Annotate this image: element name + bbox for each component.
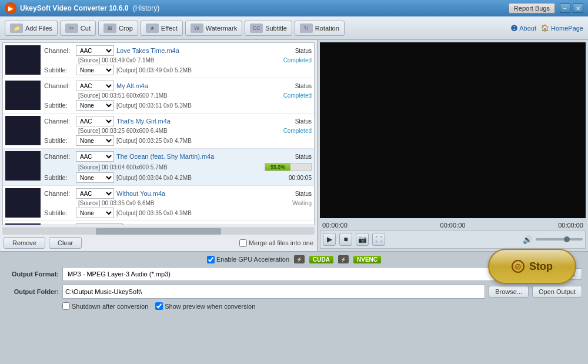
homepage-label: HomePage (551, 25, 583, 32)
file-thumb-1 (5, 45, 41, 75)
status-time-4: 00:00:05 (265, 175, 312, 181)
status-label-5: Status (265, 191, 312, 197)
subtitle-label-4: Subtitle: (44, 174, 74, 181)
channel-select-4[interactable]: AAC (76, 151, 114, 162)
file-thumb-3 (5, 116, 41, 145)
channel-select-6[interactable]: PCM_S16LE (76, 223, 123, 225)
file-controls-3: Channel: AAC That's My Girl.m4a Status [… (44, 116, 312, 146)
channel-select-5[interactable]: AAC (76, 188, 114, 199)
output-info-3: [Output] 00:03:25 0x0 4.7MB (116, 138, 312, 144)
file-row-channel-3: Channel: AAC That's My Girl.m4a Status (44, 116, 312, 126)
stop-ctrl-button[interactable]: ■ (339, 233, 352, 246)
volume-slider[interactable] (536, 238, 583, 241)
subtitle-select-5[interactable]: None (76, 208, 114, 218)
cuda-gpu-icon: ⚡ (294, 255, 305, 263)
toolbar-right: 🅘 About 🏠 HomePage (511, 24, 583, 32)
file-row-source-4: [Source] 00:03:04 600x600 5.7MB 55.5% (44, 163, 312, 171)
homepage-link[interactable]: 🏠 HomePage (541, 24, 583, 32)
merge-checkbox[interactable] (239, 239, 247, 247)
add-files-button[interactable]: 📁 Add Files (5, 21, 58, 36)
rotation-button[interactable]: ↻ Rotation (295, 21, 345, 36)
effect-icon: ★ (146, 24, 159, 33)
folder-row: Output Folder: Browse... Open Output (6, 285, 582, 299)
channel-label-2: Channel: (44, 82, 74, 89)
preview-panel: 00:00:00 00:00:00 00:00:00 ▶ ■ 📷 ⛶ 🔊 (318, 40, 588, 251)
subtitle-label-2: Subtitle: (44, 102, 74, 109)
format-select[interactable]: MP3 - MPEG Layer-3 Audio (*.mp3) (62, 267, 519, 281)
subtitle-select-1[interactable]: None (76, 65, 114, 75)
main-area: Channel: AAC Love Takes Time.m4a Status … (0, 40, 588, 252)
horizontal-scrollbar[interactable] (2, 228, 315, 235)
clear-button[interactable]: Clear (49, 237, 82, 249)
file-list-footer: Remove Clear Merge all files into one (0, 235, 317, 251)
titlebar-left: ▶ UkeySoft Video Converter 10.6.0 (Histo… (5, 2, 159, 14)
file-row-source-5: [Source] 00:03:35 0x0 6.6MB Waiting (44, 200, 312, 206)
subtitle-select-4[interactable]: None (76, 172, 114, 183)
cut-label: Cut (81, 25, 91, 32)
app-logo: ▶ (5, 2, 16, 14)
nvenc-badge: NVENC (353, 256, 381, 263)
report-bugs-button[interactable]: Report Bugs (509, 3, 555, 14)
subtitle-select-2[interactable]: None (76, 100, 114, 111)
file-list-scroll[interactable]: Channel: AAC Love Takes Time.m4a Status … (2, 42, 315, 225)
watermark-label: Watermark (206, 25, 237, 32)
file-controls-6: Channel: PCM_S16LE My Prerogative (A... … (44, 223, 312, 225)
shutdown-checkbox[interactable] (62, 302, 70, 310)
gpu-checkbox[interactable] (207, 256, 215, 263)
rotation-label: Rotation (315, 25, 339, 32)
stop-button[interactable]: ⊘ Stop (488, 249, 576, 284)
remove-button[interactable]: Remove (4, 237, 45, 249)
preview-checkbox[interactable] (155, 302, 163, 310)
titlebar: ▶ UkeySoft Video Converter 10.6.0 (Histo… (0, 0, 588, 16)
file-name-3[interactable]: That's My Girl.m4a (116, 118, 262, 125)
channel-label-1: Channel: (44, 47, 74, 54)
effect-label: Effect (161, 25, 178, 32)
file-row-source-3: [Source] 00:03:25 600x600 6.4MB Complete… (44, 128, 312, 134)
table-row: Channel: AAC My All.m4a Status [Source] … (3, 78, 314, 113)
minimize-button[interactable]: − (560, 4, 570, 13)
watermark-button[interactable]: W Watermark (185, 21, 242, 36)
channel-select-1[interactable]: AAC (76, 45, 114, 56)
preview-time-mid: 00:00:00 (440, 222, 466, 229)
watermark-icon: W (191, 24, 203, 33)
scrollbar-thumb[interactable] (96, 228, 220, 235)
progress-bar-4: 55.5% (265, 163, 312, 171)
subtitle-select-3[interactable]: None (76, 135, 114, 146)
subtitle-button[interactable]: CC Subtitle (245, 21, 292, 36)
file-thumb-6: ♪ (5, 223, 41, 225)
preview-checkbox-container: Show preview when conversion (155, 302, 255, 310)
open-output-button[interactable]: Open Output (532, 286, 582, 298)
crop-button[interactable]: ⊞ Crop (98, 21, 138, 36)
channel-select-2[interactable]: AAC (76, 81, 114, 91)
channel-select-3[interactable]: AAC (76, 116, 114, 126)
play-button[interactable]: ▶ (323, 233, 336, 246)
options-row: Shutdown after conversion Show preview w… (62, 302, 582, 310)
file-name-1[interactable]: Love Takes Time.m4a (116, 47, 262, 54)
cut-icon: ✂ (65, 24, 78, 33)
table-row: Channel: AAC Without You.m4a Status [Sou… (3, 186, 314, 221)
video-preview (320, 42, 586, 218)
fullscreen-button[interactable]: ⛶ (372, 233, 385, 246)
file-name-4[interactable]: The Ocean (feat. Shy Martin).m4a (116, 153, 262, 160)
file-row-channel-4: Channel: AAC The Ocean (feat. Shy Martin… (44, 151, 312, 162)
file-name-2[interactable]: My All.m4a (116, 82, 262, 89)
file-row-subtitle-2: Subtitle: None [Output] 00:03:51 0x0 5.3… (44, 100, 312, 111)
browse-button[interactable]: Browse... (489, 286, 529, 298)
cut-button[interactable]: ✂ Cut (60, 21, 96, 36)
file-controls-1: Channel: AAC Love Takes Time.m4a Status … (44, 45, 312, 75)
close-button[interactable]: ✕ (573, 4, 583, 13)
file-controls-2: Channel: AAC My All.m4a Status [Source] … (44, 81, 312, 111)
effect-button[interactable]: ★ Effect (141, 21, 183, 36)
file-name-5[interactable]: Without You.m4a (116, 190, 262, 197)
shutdown-label: Shutdown after conversion (72, 303, 148, 310)
crop-icon: ⊞ (103, 24, 116, 33)
stop-label: Stop (529, 261, 553, 273)
folder-input[interactable] (62, 285, 485, 299)
toolbar: 📁 Add Files ✂ Cut ⊞ Crop ★ Effect W Wate… (0, 16, 588, 40)
source-info-3: [Source] 00:03:25 600x600 6.4MB (78, 128, 262, 134)
format-label: Output Format: (6, 271, 59, 278)
snapshot-button[interactable]: 📷 (356, 233, 369, 246)
rotation-icon: ↻ (300, 24, 313, 33)
app-title: UkeySoft Video Converter 10.6.0 (History… (20, 4, 159, 12)
about-link[interactable]: 🅘 About (511, 25, 536, 32)
